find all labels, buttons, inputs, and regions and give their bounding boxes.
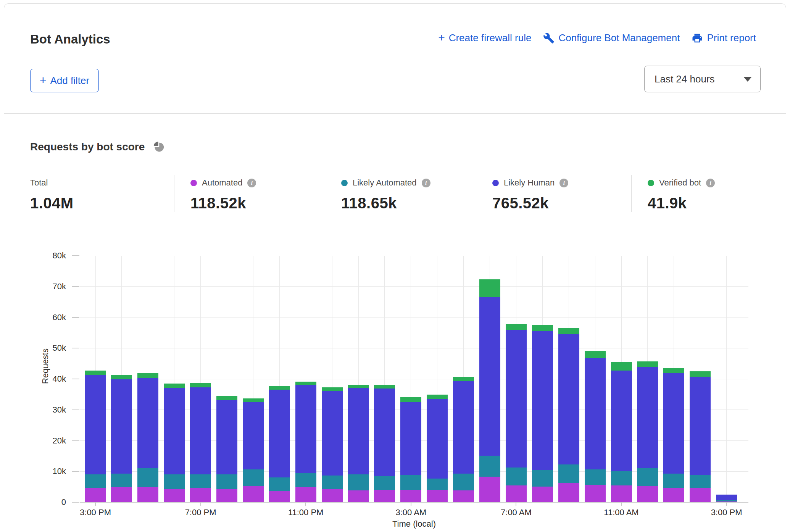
bar-segment-verified_bot[interactable] (427, 395, 448, 399)
stacked-bar[interactable] (479, 279, 500, 502)
bar-segment-likely_human[interactable] (164, 388, 185, 474)
bar-segment-verified_bot[interactable] (637, 361, 658, 367)
bar-segment-verified_bot[interactable] (190, 383, 211, 387)
bar-segment-likely_human[interactable] (111, 379, 132, 474)
bar-segment-verified_bot[interactable] (137, 373, 158, 378)
stacked-bar[interactable] (269, 386, 290, 502)
bar-segment-automated[interactable] (322, 489, 343, 502)
stacked-bar[interactable] (690, 371, 711, 502)
bar-segment-likely_human[interactable] (243, 402, 264, 469)
stacked-bar[interactable] (85, 371, 106, 502)
stacked-bar[interactable] (506, 324, 527, 502)
bar-segment-automated[interactable] (137, 487, 158, 502)
bar-segment-verified_bot[interactable] (400, 397, 421, 403)
bar-segment-likely_human[interactable] (453, 381, 474, 474)
bar-segment-likely_human[interactable] (322, 391, 343, 475)
stacked-bar[interactable] (243, 398, 264, 502)
bar-segment-likely_automated[interactable] (164, 474, 185, 488)
stacked-bar[interactable] (374, 385, 395, 502)
configure-bot-management-link[interactable]: Configure Bot Management (543, 32, 680, 44)
bar-segment-likely_automated[interactable] (243, 469, 264, 486)
bar-segment-likely_automated[interactable] (85, 474, 106, 488)
bar-segment-verified_bot[interactable] (558, 328, 579, 334)
print-report-link[interactable]: Print report (692, 32, 756, 44)
bar-segment-likely_automated[interactable] (348, 474, 369, 490)
bar-segment-likely_human[interactable] (400, 402, 421, 475)
bar-segment-automated[interactable] (558, 483, 579, 502)
bar-segment-likely_automated[interactable] (479, 456, 500, 477)
stacked-bar[interactable] (611, 362, 632, 502)
bar-segment-automated[interactable] (111, 487, 132, 502)
bar-segment-automated[interactable] (453, 490, 474, 503)
stacked-bar[interactable] (137, 373, 158, 502)
bar-segment-likely_automated[interactable] (111, 474, 132, 487)
time-range-dropdown[interactable]: Last 24 hours (644, 66, 761, 92)
bar-segment-likely_human[interactable] (558, 334, 579, 464)
stacked-bar[interactable] (637, 361, 658, 502)
bar-segment-likely_human[interactable] (85, 375, 106, 474)
bar-segment-automated[interactable] (269, 491, 290, 502)
bar-segment-automated[interactable] (690, 488, 711, 502)
info-icon[interactable]: i (422, 179, 430, 187)
stacked-bar[interactable] (427, 395, 448, 502)
bar-segment-automated[interactable] (216, 489, 237, 502)
bar-segment-verified_bot[interactable] (453, 377, 474, 381)
stacked-bar[interactable] (400, 397, 421, 502)
bar-segment-likely_automated[interactable] (322, 476, 343, 489)
bar-segment-verified_bot[interactable] (322, 387, 343, 391)
bar-segment-likely_human[interactable] (637, 367, 658, 468)
bar-segment-automated[interactable] (190, 488, 211, 502)
bar-segment-likely_automated[interactable] (585, 469, 606, 485)
bar-segment-verified_bot[interactable] (532, 325, 553, 331)
bar-segment-automated[interactable] (85, 488, 106, 502)
bar-segment-verified_bot[interactable] (663, 368, 684, 373)
bar-segment-likely_human[interactable] (716, 495, 737, 500)
bar-segment-automated[interactable] (506, 485, 527, 502)
bar-segment-likely_automated[interactable] (611, 471, 632, 486)
bar-segment-likely_human[interactable] (479, 297, 500, 456)
bar-segment-automated[interactable] (400, 490, 421, 502)
bar-segment-verified_bot[interactable] (479, 279, 500, 297)
bar-segment-likely_automated[interactable] (532, 470, 553, 487)
stacked-bar[interactable] (295, 382, 316, 502)
bar-segment-likely_human[interactable] (295, 385, 316, 473)
bar-segment-automated[interactable] (243, 486, 264, 502)
bar-segment-automated[interactable] (585, 485, 606, 502)
stacked-bar[interactable] (190, 383, 211, 502)
bar-segment-verified_bot[interactable] (348, 385, 369, 389)
info-icon[interactable]: i (247, 179, 256, 187)
bar-segment-automated[interactable] (663, 488, 684, 502)
stacked-bar[interactable] (716, 495, 737, 502)
stacked-bar[interactable] (322, 387, 343, 502)
bar-segment-likely_human[interactable] (690, 377, 711, 475)
bar-segment-likely_human[interactable] (190, 387, 211, 474)
add-filter-button[interactable]: + Add filter (30, 69, 99, 92)
bar-segment-likely_human[interactable] (506, 330, 527, 468)
bar-segment-likely_human[interactable] (374, 389, 395, 476)
bar-segment-automated[interactable] (348, 490, 369, 503)
bar-segment-likely_automated[interactable] (137, 468, 158, 487)
bar-segment-verified_bot[interactable] (216, 396, 237, 400)
bar-segment-automated[interactable] (532, 487, 553, 502)
bar-segment-verified_bot[interactable] (164, 384, 185, 388)
bar-segment-verified_bot[interactable] (295, 382, 316, 385)
stacked-bar[interactable] (532, 325, 553, 502)
stacked-bar[interactable] (585, 351, 606, 502)
bar-segment-likely_automated[interactable] (558, 464, 579, 483)
stacked-bar[interactable] (111, 375, 132, 502)
stacked-bar[interactable] (216, 396, 237, 502)
bar-segment-likely_automated[interactable] (690, 475, 711, 488)
bar-segment-automated[interactable] (637, 486, 658, 502)
bar-segment-verified_bot[interactable] (111, 375, 132, 379)
info-icon[interactable]: i (559, 179, 568, 187)
bar-segment-verified_bot[interactable] (374, 385, 395, 389)
bar-segment-likely_human[interactable] (269, 390, 290, 478)
bar-segment-likely_human[interactable] (611, 371, 632, 471)
bar-segment-likely_automated[interactable] (216, 474, 237, 489)
bar-segment-verified_bot[interactable] (585, 351, 606, 358)
info-icon[interactable]: i (706, 179, 715, 187)
bar-segment-verified_bot[interactable] (611, 362, 632, 371)
bar-segment-likely_automated[interactable] (269, 477, 290, 491)
stacked-bar[interactable] (663, 368, 684, 502)
bar-segment-automated[interactable] (611, 485, 632, 502)
